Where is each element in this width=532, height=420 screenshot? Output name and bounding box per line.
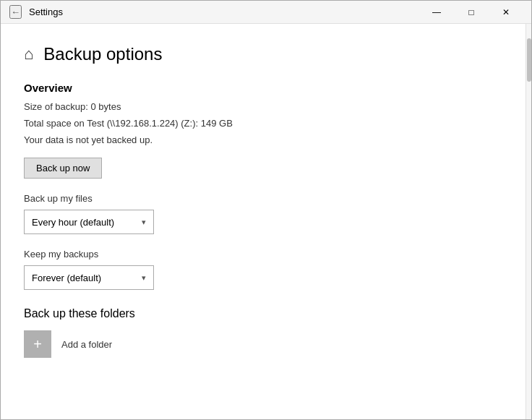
- page-header: ⌂ Backup options: [24, 44, 502, 64]
- scrollbar-thumb[interactable]: [527, 38, 531, 82]
- folders-title: Back up these folders: [24, 307, 502, 320]
- keep-backups-selected: Forever (default): [32, 273, 101, 283]
- main-content: ⌂ Backup options Overview Size of backup…: [1, 24, 525, 419]
- add-folder-label: Add a folder: [61, 339, 112, 350]
- backup-files-group: Back up my files Every hour (default) ▾: [24, 193, 502, 234]
- size-text: Size of backup: 0 bytes: [24, 100, 502, 115]
- keep-backups-dropdown[interactable]: Forever (default) ▾: [24, 265, 154, 290]
- settings-window: ← Settings — □ ✕ ⌂ Backup options Overvi…: [0, 0, 532, 420]
- backup-files-chevron: ▾: [142, 218, 146, 227]
- folders-section: Back up these folders + Add a folder: [24, 307, 502, 358]
- keep-backups-group: Keep my backups Forever (default) ▾: [24, 249, 502, 290]
- backup-files-label: Back up my files: [24, 193, 502, 204]
- scrollbar[interactable]: [525, 24, 531, 419]
- maximize-button[interactable]: □: [455, 1, 488, 24]
- keep-backups-chevron: ▾: [142, 273, 146, 283]
- overview-section: Overview Size of backup: 0 bytes Total s…: [24, 82, 502, 179]
- keep-backups-label: Keep my backups: [24, 249, 502, 260]
- add-folder-button[interactable]: +: [24, 330, 51, 358]
- status-text: Your data is not yet backed up.: [24, 133, 502, 148]
- page-title: Backup options: [43, 44, 162, 64]
- title-bar: ← Settings — □ ✕: [1, 1, 531, 24]
- content-area: ⌂ Backup options Overview Size of backup…: [1, 24, 531, 419]
- overview-title: Overview: [24, 82, 502, 94]
- minimize-button[interactable]: —: [420, 1, 453, 24]
- window-title: Settings: [29, 7, 63, 17]
- back-button[interactable]: ←: [9, 5, 22, 19]
- backup-files-dropdown[interactable]: Every hour (default) ▾: [24, 210, 154, 234]
- add-folder-row: + Add a folder: [24, 330, 502, 358]
- backup-files-selected: Every hour (default): [32, 217, 114, 228]
- window-controls: — □ ✕: [420, 1, 523, 24]
- backup-now-button[interactable]: Back up now: [24, 158, 102, 179]
- close-button[interactable]: ✕: [489, 1, 523, 24]
- title-bar-left: ← Settings: [9, 5, 63, 19]
- home-icon: ⌂: [24, 45, 33, 64]
- space-text: Total space on Test (\\192.168.1.224) (Z…: [24, 116, 502, 132]
